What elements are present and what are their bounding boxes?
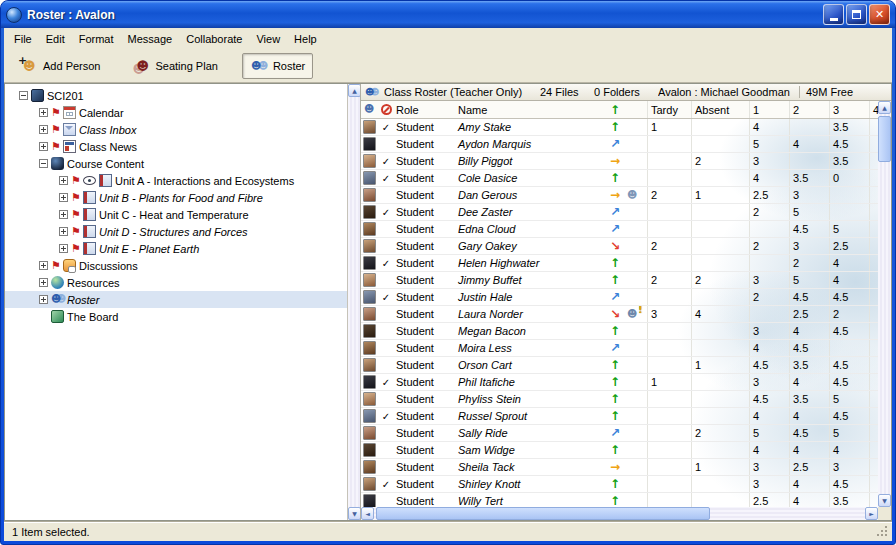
menu-collaborate[interactable]: Collaborate [179, 31, 249, 47]
tree-item-roster[interactable]: Roster [5, 291, 347, 308]
plus-box[interactable] [59, 227, 68, 236]
scroll-right-button[interactable] [865, 507, 878, 520]
add-person-button[interactable]: Add Person [12, 53, 108, 79]
scroll-track[interactable] [878, 114, 891, 494]
period2-column-header[interactable]: 2 [789, 101, 829, 118]
plus-box[interactable] [39, 261, 48, 270]
plus-box[interactable] [59, 193, 68, 202]
table-row[interactable]: StudentAydon Marquis544.5 [361, 136, 878, 153]
roster-button[interactable]: Roster [242, 53, 313, 79]
role-column-header[interactable]: Role [393, 101, 455, 118]
member-column-header[interactable] [361, 101, 379, 118]
plus-box[interactable] [59, 176, 68, 185]
period1-column-header[interactable]: 1 [749, 101, 789, 118]
role-cell: Student [393, 425, 455, 441]
menu-help[interactable]: Help [287, 31, 324, 47]
minus-box[interactable] [19, 91, 28, 100]
table-row[interactable]: StudentRussel Sprout444.5 [361, 408, 878, 425]
unit-icon [83, 208, 96, 221]
table-row[interactable]: StudentWilly Tert2.543.5 [361, 493, 878, 507]
scroll-down-button[interactable] [878, 494, 891, 507]
tardy-cell [647, 442, 691, 458]
table-row[interactable]: StudentPhyliss Stein4.53.55 [361, 391, 878, 408]
table-row[interactable]: StudentDee Zaster25 [361, 204, 878, 221]
tree-item-unit-b-plants-for-food-and-fibre[interactable]: Unit B - Plants for Food and Fibre [5, 189, 347, 206]
table-row[interactable]: StudentPhil Itafiche1344.5 [361, 374, 878, 391]
table-row[interactable]: StudentCole Dasice43.50 [361, 170, 878, 187]
plus-box[interactable] [39, 125, 48, 134]
table-row[interactable]: StudentLaura Norder342.52 [361, 306, 878, 323]
grade-3-cell: 5 [829, 221, 869, 237]
check-mark [379, 170, 393, 186]
menu-format[interactable]: Format [72, 31, 121, 47]
scroll-left-button[interactable] [361, 507, 374, 520]
flag-icon [51, 123, 60, 136]
tree-scrollbar[interactable] [347, 84, 360, 520]
tree-item-class-news[interactable]: Class News [5, 138, 347, 155]
trend-column-header[interactable] [605, 101, 625, 118]
resize-grip[interactable] [877, 526, 889, 538]
block-column-header[interactable] [379, 101, 393, 118]
plus-box[interactable] [39, 295, 48, 304]
tree-item-sci201[interactable]: SCI201 [5, 87, 347, 104]
menu-view[interactable]: View [249, 31, 287, 47]
plus-box[interactable] [59, 210, 68, 219]
menu-file[interactable]: File [7, 31, 39, 47]
grade-2-cell [789, 153, 829, 169]
flag-icon [51, 106, 60, 119]
scroll-track[interactable] [374, 507, 865, 520]
plus-box[interactable] [59, 244, 68, 253]
minimize-button[interactable] [823, 4, 844, 25]
roster-vertical-scrollbar[interactable] [878, 101, 891, 507]
table-row[interactable]: StudentDan Gerous212.53 [361, 187, 878, 204]
table-row[interactable]: StudentHelen Highwater24 [361, 255, 878, 272]
table-row[interactable]: StudentJimmy Buffet22354 [361, 272, 878, 289]
table-row[interactable]: StudentOrson Cart14.53.54.5 [361, 357, 878, 374]
close-button[interactable]: ✕ [869, 4, 890, 25]
tree-item-calendar[interactable]: Calendar [5, 104, 347, 121]
tree-item-unit-d-structures-and-forces[interactable]: Unit D - Structures and Forces [5, 223, 347, 240]
tree-item-unit-e-planet-earth[interactable]: Unit E - Planet Earth [5, 240, 347, 257]
tree-item-class-inbox[interactable]: Class Inbox [5, 121, 347, 138]
seating-plan-button[interactable]: Seating Plan [124, 53, 225, 79]
table-row[interactable]: StudentSheila Tack132.53 [361, 459, 878, 476]
table-row[interactable]: StudentSam Widge444 [361, 442, 878, 459]
tree-item-resources[interactable]: Resources [5, 274, 347, 291]
tree-item-course-content[interactable]: Course Content [5, 155, 347, 172]
maximize-button[interactable] [846, 4, 867, 25]
period4-column-header[interactable]: 4 [869, 101, 878, 118]
name-column-header[interactable]: Name [455, 101, 605, 118]
table-row[interactable]: StudentBilly Piggot233.5 [361, 153, 878, 170]
tree-item-discussions[interactable]: Discussions [5, 257, 347, 274]
title-bar[interactable]: Roster : Avalon ✕ [1, 1, 895, 28]
table-row[interactable]: StudentAmy Stake143.5 [361, 119, 878, 136]
table-row[interactable]: StudentMoira Less44.5 [361, 340, 878, 357]
table-row[interactable]: StudentSally Ride254.55 [361, 425, 878, 442]
plus-box[interactable] [39, 278, 48, 287]
badge-cell [625, 187, 647, 203]
table-row[interactable]: StudentJustin Hale24.54.5 [361, 289, 878, 306]
menu-edit[interactable]: Edit [39, 31, 72, 47]
absent-column-header[interactable]: Absent [691, 101, 749, 118]
scroll-track[interactable] [348, 97, 360, 507]
table-row[interactable]: StudentShirley Knott344.5 [361, 476, 878, 493]
period3-column-header[interactable]: 3 [829, 101, 869, 118]
table-row[interactable]: StudentMegan Bacon344.5 [361, 323, 878, 340]
roster-horizontal-scrollbar[interactable] [361, 507, 878, 520]
check-mark [379, 306, 393, 322]
scroll-up-button[interactable] [878, 101, 891, 114]
table-row[interactable]: StudentGary Oakey2232.5 [361, 238, 878, 255]
badge-column-header[interactable] [625, 101, 647, 118]
table-row[interactable]: StudentEdna Cloud4.55 [361, 221, 878, 238]
tree-item-unit-c-heat-and-temperature[interactable]: Unit C - Heat and Temperature [5, 206, 347, 223]
menu-message[interactable]: Message [121, 31, 180, 47]
plus-box[interactable] [39, 142, 48, 151]
tree-item-unit-a-interactions-and-ecosystems[interactable]: Unit A - Interactions and Ecosystems [5, 172, 347, 189]
scroll-thumb[interactable] [878, 116, 891, 162]
role-cell: Student [393, 238, 455, 254]
tree-item-the-board[interactable]: The Board [5, 308, 347, 325]
plus-box[interactable] [39, 108, 48, 117]
scroll-thumb[interactable] [376, 507, 710, 520]
tardy-column-header[interactable]: Tardy [647, 101, 691, 118]
minus-box[interactable] [39, 159, 48, 168]
